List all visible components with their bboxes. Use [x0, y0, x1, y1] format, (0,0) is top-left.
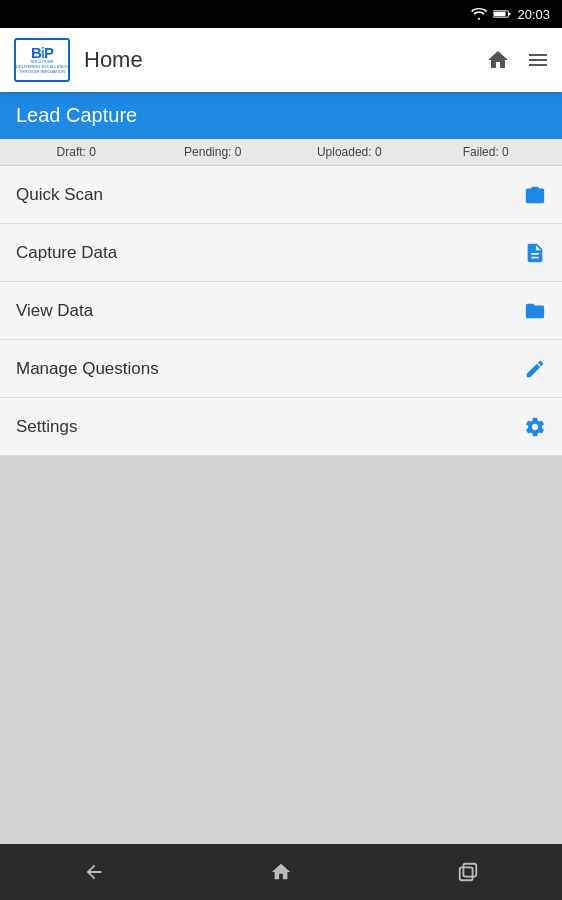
status-icons: 20:03 — [471, 7, 550, 22]
svg-rect-2 — [494, 12, 506, 17]
bottom-nav — [0, 844, 562, 900]
app-title: Home — [84, 47, 474, 73]
stat-draft: Draft: 0 — [8, 145, 145, 159]
svg-rect-1 — [509, 13, 511, 16]
capture-data-label: Capture Data — [16, 243, 117, 263]
app-bar-actions — [486, 48, 550, 72]
menu-item-manage-questions[interactable]: Manage Questions — [0, 340, 562, 398]
menu-item-view-data[interactable]: View Data — [0, 282, 562, 340]
status-bar: 20:03 — [0, 0, 562, 28]
logo: BiP SOLUTIONSDELIVERING EXCELLENCETHROUG… — [12, 36, 72, 84]
settings-label: Settings — [16, 417, 77, 437]
wifi-icon — [471, 8, 487, 20]
battery-icon — [493, 8, 511, 20]
quick-scan-label: Quick Scan — [16, 185, 103, 205]
stat-failed: Failed: 0 — [418, 145, 555, 159]
manage-questions-label: Manage Questions — [16, 359, 159, 379]
menu-icon[interactable] — [526, 48, 550, 72]
svg-rect-3 — [460, 867, 473, 880]
content-area — [0, 456, 562, 834]
menu-list: Quick Scan Capture Data View Data Manage… — [0, 166, 562, 456]
home-icon[interactable] — [486, 48, 510, 72]
app-bar: BiP SOLUTIONSDELIVERING EXCELLENCETHROUG… — [0, 28, 562, 92]
logo-subtext: SOLUTIONSDELIVERING EXCELLENCETHROUGH IN… — [16, 60, 68, 74]
section-title: Lead Capture — [16, 104, 137, 126]
view-data-label: View Data — [16, 301, 93, 321]
logo-text: BiP — [31, 45, 53, 60]
logo-box: BiP SOLUTIONSDELIVERING EXCELLENCETHROUG… — [14, 38, 70, 82]
stat-uploaded: Uploaded: 0 — [281, 145, 418, 159]
file-icon — [524, 242, 546, 264]
stat-pending: Pending: 0 — [145, 145, 282, 159]
status-time: 20:03 — [517, 7, 550, 22]
recents-button[interactable] — [438, 852, 498, 892]
menu-item-capture-data[interactable]: Capture Data — [0, 224, 562, 282]
home-button[interactable] — [251, 852, 311, 892]
gear-icon — [524, 416, 546, 438]
camera-icon — [524, 184, 546, 206]
stats-bar: Draft: 0 Pending: 0 Uploaded: 0 Failed: … — [0, 139, 562, 166]
back-button[interactable] — [64, 852, 124, 892]
pencil-icon — [524, 358, 546, 380]
folder-icon — [524, 300, 546, 322]
svg-rect-4 — [464, 864, 477, 877]
menu-item-quick-scan[interactable]: Quick Scan — [0, 166, 562, 224]
menu-item-settings[interactable]: Settings — [0, 398, 562, 456]
section-header: Lead Capture — [0, 92, 562, 139]
